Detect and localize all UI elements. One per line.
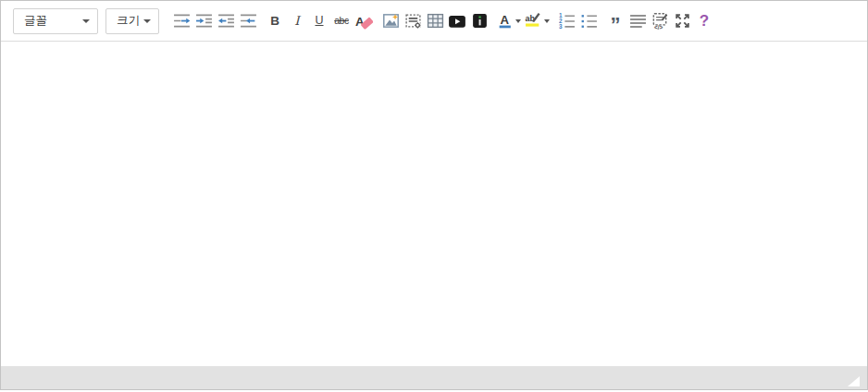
html-code-icon: </>	[651, 12, 669, 31]
strikethrough-icon: abc	[334, 16, 348, 26]
template-icon	[404, 12, 422, 30]
misc-group: ” </>	[604, 10, 715, 32]
insert-template-button[interactable]	[402, 10, 424, 32]
italic-icon: I	[294, 15, 299, 28]
bold-button[interactable]: B	[264, 10, 286, 32]
indent-left-icon	[240, 12, 257, 30]
list-group: 1 2 3	[555, 10, 600, 32]
chevron-down-icon	[544, 19, 550, 23]
table-icon	[427, 12, 444, 30]
blockquote-button[interactable]: ”	[604, 10, 626, 32]
resize-handle-icon[interactable]	[848, 376, 860, 386]
insert-table-button[interactable]	[424, 10, 446, 32]
format-eraser-icon: A	[354, 12, 373, 31]
html-edit-button[interactable]: </>	[649, 10, 671, 32]
indent-group	[170, 10, 259, 32]
rich-text-editor: 글꼴 크기	[0, 0, 868, 390]
ordered-number-3: 3	[559, 23, 563, 30]
remove-format-button[interactable]: A	[353, 10, 375, 32]
color-group: A ab	[495, 10, 551, 32]
align-button[interactable]	[626, 10, 649, 32]
ordered-list-button[interactable]: 1 2 3	[555, 10, 577, 32]
text-style-group: B I U abc A	[264, 10, 375, 32]
strikethrough-button[interactable]: abc	[330, 10, 353, 32]
highlight-color-icon: ab	[525, 12, 542, 30]
indent-decrease-icon	[217, 12, 235, 30]
indent-decrease-button[interactable]	[215, 10, 237, 32]
fullscreen-button[interactable]	[671, 10, 693, 32]
editor-resize-bar[interactable]	[1, 366, 867, 389]
quote-icon: ”	[611, 15, 621, 35]
font-family-select[interactable]: 글꼴	[13, 8, 98, 34]
indent-left-button[interactable]	[237, 10, 259, 32]
underline-icon: U	[315, 15, 323, 27]
help-icon: ?	[700, 13, 709, 29]
font-color-button[interactable]: A	[495, 10, 523, 32]
italic-button[interactable]: I	[286, 10, 308, 32]
info-block-icon	[471, 12, 489, 30]
chevron-down-icon	[143, 19, 151, 23]
fullscreen-icon	[674, 12, 691, 30]
indent-increase-button[interactable]	[192, 10, 215, 32]
insert-info-button[interactable]	[468, 10, 490, 32]
font-color-letter: A	[500, 13, 509, 27]
indent-right-icon	[173, 12, 191, 30]
code-text: </>	[654, 23, 663, 30]
chevron-down-icon	[82, 19, 90, 23]
indent-increase-icon	[195, 12, 213, 30]
underline-button[interactable]: U	[308, 10, 330, 32]
font-family-value: 글꼴	[24, 13, 47, 29]
font-size-value: 크기	[117, 13, 140, 29]
highlight-letters: ab	[525, 14, 535, 23]
align-justify-icon	[629, 12, 647, 30]
editor-content-area[interactable]	[1, 42, 867, 366]
font-size-select[interactable]: 크기	[105, 8, 159, 34]
help-button[interactable]: ?	[693, 10, 715, 32]
insert-video-button[interactable]	[446, 10, 468, 32]
bold-icon: B	[270, 15, 279, 28]
ordered-list-icon: 1 2 3	[558, 12, 576, 30]
chevron-down-icon	[515, 19, 521, 23]
insert-image-button[interactable]	[379, 10, 402, 32]
editor-toolbar: 글꼴 크기	[1, 1, 867, 42]
image-icon	[382, 12, 400, 30]
unordered-list-icon	[580, 12, 598, 30]
unordered-list-button[interactable]	[577, 10, 600, 32]
highlight-color-button[interactable]: ab	[523, 10, 551, 32]
indent-right-button[interactable]	[170, 10, 192, 32]
youtube-icon	[448, 12, 466, 31]
media-group	[379, 10, 490, 32]
font-color-icon: A	[497, 12, 514, 30]
